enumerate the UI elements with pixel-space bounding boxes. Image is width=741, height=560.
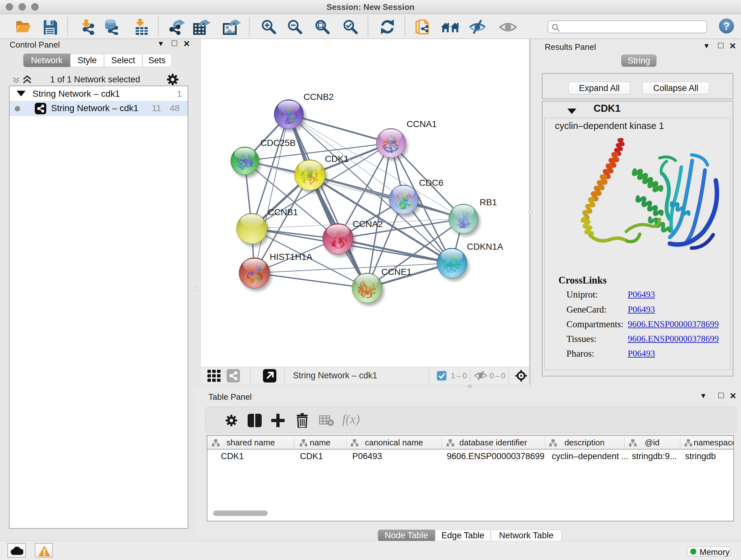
svg-text:CCNB1: CCNB1 (268, 207, 298, 217)
svg-text:CDC25B: CDC25B (260, 138, 295, 148)
svg-text:CDKN1A: CDKN1A (467, 242, 503, 252)
svg-text:CDK1: CDK1 (325, 154, 349, 164)
svg-text:RB1: RB1 (480, 197, 497, 207)
svg-text:CCNA1: CCNA1 (407, 119, 437, 129)
svg-text:CCNB2: CCNB2 (304, 92, 334, 102)
svg-text:HIST1H1A: HIST1H1A (270, 252, 313, 262)
svg-text:CCNA2: CCNA2 (353, 219, 383, 229)
svg-text:CDC6: CDC6 (419, 178, 443, 188)
svg-text:CCNE1: CCNE1 (381, 267, 412, 277)
